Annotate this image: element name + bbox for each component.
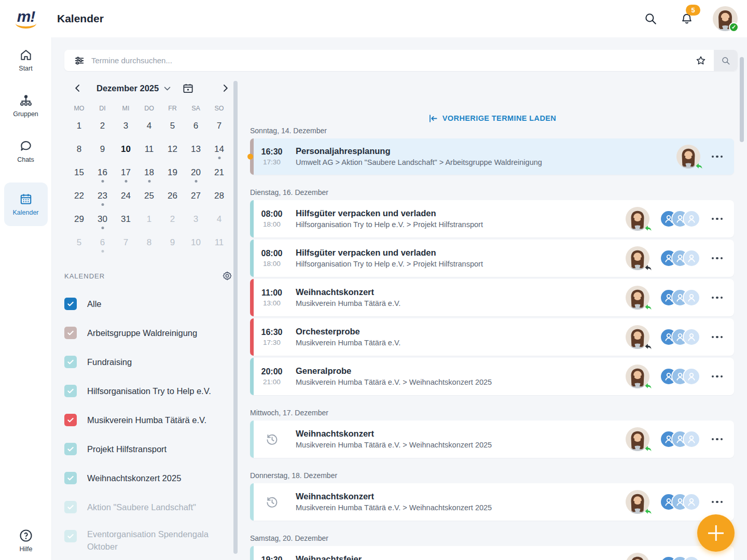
load-previous-appointments-button[interactable]: VORHERIGE TERMINE LADEN <box>250 113 734 123</box>
checkbox-checked-icon[interactable] <box>64 385 77 397</box>
mini-calendar-day[interactable]: 29 <box>67 207 91 231</box>
app-logo[interactable]: m! <box>0 9 52 29</box>
attendee-group[interactable] <box>660 430 700 448</box>
mini-calendar-day[interactable]: 15 <box>67 161 91 184</box>
checkbox-checked-icon[interactable] <box>64 298 77 310</box>
event-card[interactable]: 20:00 21:00 Generalprobe Musikverein Hum… <box>250 358 734 395</box>
organizer-avatar[interactable] <box>626 365 649 388</box>
sidebar-item-start[interactable]: Start <box>4 46 48 75</box>
mini-calendar-day[interactable]: 9 <box>91 137 114 161</box>
mini-calendar-day[interactable]: 23 <box>91 184 114 207</box>
event-options-button[interactable] <box>711 333 724 342</box>
organizer-avatar[interactable] <box>676 145 700 169</box>
mini-calendar-day[interactable]: 30 <box>91 207 114 231</box>
organizer-avatar[interactable] <box>626 286 649 310</box>
mini-calendar-day[interactable]: 24 <box>114 184 137 207</box>
checkbox-checked-icon[interactable] <box>64 443 77 455</box>
mini-calendar-day[interactable]: 25 <box>137 184 161 207</box>
attendee-group[interactable] <box>660 289 700 306</box>
mini-calendar-day[interactable]: 11 <box>137 137 161 161</box>
attendee-group[interactable] <box>660 368 700 385</box>
event-list-scrollbar[interactable] <box>740 57 744 142</box>
organizer-avatar[interactable] <box>626 325 649 349</box>
event-options-button[interactable] <box>711 293 724 302</box>
event-options-button[interactable] <box>711 372 724 381</box>
event-options-button[interactable] <box>711 152 724 161</box>
attendee-group[interactable] <box>660 328 700 346</box>
next-month-button[interactable] <box>218 81 232 95</box>
mini-calendar-day[interactable]: 7 <box>114 231 137 254</box>
sidebar-item-kalender[interactable]: Kalender <box>4 183 48 226</box>
mini-calendar-day[interactable]: 12 <box>161 137 184 161</box>
mini-calendar-day[interactable]: 21 <box>208 161 231 184</box>
mini-calendar-day[interactable]: 1 <box>67 114 91 137</box>
mini-calendar-day[interactable]: 3 <box>184 207 208 231</box>
mini-calendar-day[interactable]: 17 <box>114 161 137 184</box>
calendar-filter-item[interactable]: Weihnachtskonzert 2025 <box>64 470 236 486</box>
attendee-group[interactable] <box>660 249 700 267</box>
event-card[interactable]: 19:30 23:30 Weihnachtsfeier Hilfsorganis… <box>250 546 734 560</box>
event-options-button[interactable] <box>711 435 724 444</box>
mini-calendar-day[interactable]: 26 <box>161 184 184 207</box>
event-card[interactable]: Weihnachtskonzert Musikverein Humba Tätä… <box>250 483 734 521</box>
calendar-filter-item[interactable]: Eventorganisation Spendengala Oktober <box>64 528 236 553</box>
checkbox-checked-icon[interactable] <box>64 530 77 542</box>
mini-calendar-day[interactable]: 19 <box>161 161 184 184</box>
mini-calendar-day[interactable]: 2 <box>91 114 114 137</box>
mini-calendar-day[interactable]: 22 <box>67 184 91 207</box>
checkbox-checked-icon[interactable] <box>64 356 77 368</box>
calendar-settings-button[interactable] <box>222 271 232 281</box>
event-card[interactable]: 16:30 17:30 Personaljahresplanung Umwelt… <box>250 138 734 175</box>
mini-calendar-day[interactable]: 4 <box>137 114 161 137</box>
prev-month-button[interactable] <box>71 81 85 95</box>
month-selector[interactable]: Dezember 2025 <box>96 83 172 93</box>
mini-calendar-day[interactable]: 14 <box>208 137 231 161</box>
organizer-avatar[interactable] <box>626 553 649 560</box>
search-input[interactable] <box>91 56 695 65</box>
attendee-group[interactable] <box>660 493 700 511</box>
notifications-button[interactable]: 5 <box>676 8 697 29</box>
organizer-avatar[interactable] <box>626 490 649 514</box>
sidebar-scrollbar[interactable] <box>233 81 238 554</box>
sidebar-item-gruppen[interactable]: Gruppen <box>4 91 48 120</box>
mini-calendar-day-today[interactable]: 10 <box>114 137 137 161</box>
calendar-filter-item[interactable]: Hilfsorganisation Try to Help e.V. <box>64 383 236 399</box>
mini-calendar-day[interactable]: 1 <box>137 207 161 231</box>
mini-calendar-day[interactable]: 6 <box>91 231 114 254</box>
mini-calendar-day[interactable]: 20 <box>184 161 208 184</box>
mini-calendar-day[interactable]: 3 <box>114 114 137 137</box>
calendar-filter-item[interactable]: Alle <box>64 296 236 312</box>
mini-calendar-day[interactable]: 5 <box>161 114 184 137</box>
favorite-search-button[interactable] <box>695 55 707 66</box>
calendar-filter-item[interactable]: Projekt Hilfstransport <box>64 441 236 457</box>
mini-calendar-day[interactable]: 16 <box>91 161 114 184</box>
mini-calendar-day[interactable]: 10 <box>184 231 208 254</box>
mini-calendar-day[interactable]: 28 <box>208 184 231 207</box>
mini-calendar-day[interactable]: 2 <box>161 207 184 231</box>
event-card[interactable]: Weihnachtskonzert Musikverein Humba Tätä… <box>250 421 734 458</box>
search-submit-button[interactable] <box>714 50 738 71</box>
event-card[interactable]: 16:30 17:30 Orchesterprobe Musikverein H… <box>250 318 734 356</box>
mini-calendar-day[interactable]: 5 <box>67 231 91 254</box>
checkbox-checked-icon[interactable] <box>64 501 77 513</box>
filter-sliders-icon[interactable] <box>74 55 85 66</box>
user-avatar[interactable]: ✓ <box>713 6 738 31</box>
attendee-group[interactable] <box>660 556 700 560</box>
calendar-filter-item[interactable]: Arbeitsgruppe Waldreinigung <box>64 325 236 341</box>
event-options-button[interactable] <box>711 215 724 223</box>
event-options-button[interactable] <box>711 254 724 263</box>
mini-calendar-day[interactable]: 9 <box>161 231 184 254</box>
global-search-button[interactable] <box>640 8 661 29</box>
event-card[interactable]: 08:00 18:00 Hilfsgüter verpacken und ver… <box>250 200 734 237</box>
mini-calendar-day[interactable]: 31 <box>114 207 137 231</box>
sidebar-item-chats[interactable]: Chats <box>4 137 48 166</box>
sidebar-item-hilfe[interactable]: Hilfe <box>0 528 52 553</box>
mini-calendar-day[interactable]: 8 <box>67 137 91 161</box>
mini-calendar-day[interactable]: 27 <box>184 184 208 207</box>
organizer-avatar[interactable] <box>626 246 649 270</box>
event-card[interactable]: 11:00 13:00 Weihnachtskonzert Musikverei… <box>250 279 734 316</box>
mini-calendar-day[interactable]: 6 <box>184 114 208 137</box>
checkbox-checked-icon[interactable] <box>64 414 77 426</box>
mini-calendar-day[interactable]: 13 <box>184 137 208 161</box>
event-options-button[interactable] <box>711 498 724 507</box>
